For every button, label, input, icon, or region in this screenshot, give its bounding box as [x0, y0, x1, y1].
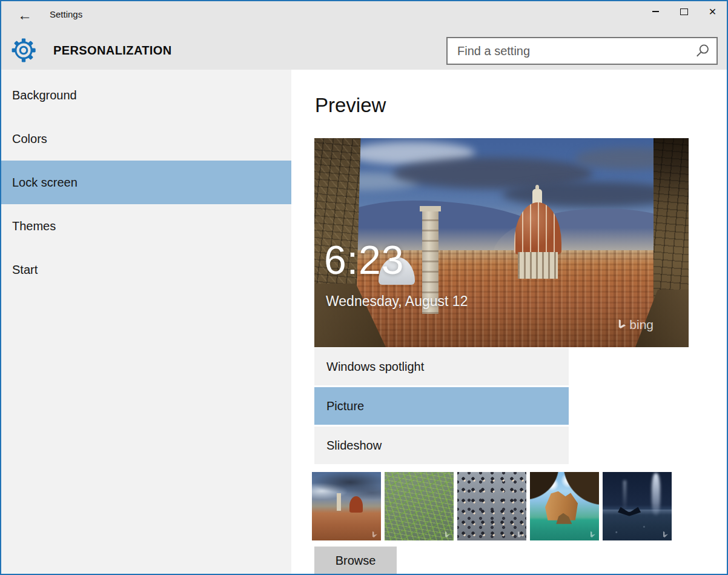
- main-content: Preview 6:23 Wednesday, August: [293, 70, 727, 574]
- minimize-icon: [652, 11, 659, 12]
- search-input[interactable]: [448, 44, 695, 58]
- browse-button[interactable]: Browse: [314, 547, 397, 575]
- thumbnail-penguin-colony[interactable]: [457, 472, 526, 540]
- sidebar-item-lock-screen[interactable]: Lock screen: [1, 161, 291, 204]
- bing-watermark-label: bing: [629, 317, 654, 332]
- option-picture[interactable]: Picture: [314, 387, 569, 425]
- preview-heading: Preview: [315, 94, 386, 117]
- sidebar-item-themes[interactable]: Themes: [1, 204, 291, 248]
- search-icon[interactable]: [695, 43, 710, 59]
- bing-watermark: bing: [618, 317, 654, 332]
- close-icon: ✕: [709, 6, 716, 18]
- close-button[interactable]: ✕: [698, 1, 727, 22]
- bing-logo-icon: [618, 319, 626, 330]
- picture-thumbnails: [312, 472, 672, 540]
- maximize-icon: [680, 8, 688, 15]
- settings-window: ← Settings ✕: [0, 0, 728, 575]
- sidebar-item-start[interactable]: Start: [1, 248, 291, 291]
- settings-gear-icon: [11, 38, 36, 63]
- option-windows-spotlight[interactable]: Windows spotlight: [314, 348, 569, 385]
- thumbnail-florence-cathedral[interactable]: [312, 472, 381, 540]
- thumbnail-sea-cave-beach[interactable]: [530, 472, 599, 540]
- mini-tower-shape: [337, 493, 341, 511]
- option-slideshow[interactable]: Slideshow: [314, 427, 569, 464]
- lock-screen-time: 6:23: [324, 240, 404, 280]
- option-label: Picture: [326, 399, 364, 413]
- cathedral-dome: [513, 187, 563, 296]
- spray-shape: [623, 480, 626, 509]
- app-title: Settings: [50, 9, 82, 19]
- sidebar: Background Colors Lock screen Themes Sta…: [1, 70, 291, 574]
- minimize-button[interactable]: [641, 1, 670, 22]
- sidebar-item-label: Start: [12, 263, 38, 277]
- mini-dome-shape: [349, 496, 363, 513]
- back-button[interactable]: ←: [12, 5, 38, 25]
- lock-screen-date: Wednesday, August 12: [326, 293, 468, 310]
- search-box: [446, 37, 718, 65]
- thumbnail-green-seaweed[interactable]: [385, 472, 454, 540]
- option-label: Slideshow: [326, 439, 382, 453]
- dome-drum: [518, 252, 558, 279]
- sidebar-item-colors[interactable]: Colors: [1, 117, 291, 161]
- option-label: Windows spotlight: [326, 360, 424, 374]
- sidebar-item-label: Lock screen: [12, 176, 78, 190]
- sidebar-item-label: Background: [12, 88, 77, 102]
- back-arrow-icon: ←: [18, 7, 32, 23]
- spray-shape: [652, 473, 660, 516]
- dome-cap: [514, 202, 561, 254]
- background-options-list: Windows spotlight Picture Slideshow: [314, 348, 569, 466]
- sidebar-item-label: Themes: [12, 219, 56, 233]
- page-title: PERSONALIZATION: [53, 44, 172, 58]
- window-controls: ✕: [641, 1, 727, 22]
- maximize-button[interactable]: [670, 1, 698, 22]
- sidebar-item-background[interactable]: Background: [1, 73, 291, 117]
- thumbnail-whale-blow[interactable]: [603, 472, 672, 540]
- titlebar[interactable]: ← Settings ✕: [1, 1, 727, 70]
- lock-screen-preview-image: 6:23 Wednesday, August 12 bing: [314, 138, 689, 347]
- sidebar-item-label: Colors: [12, 132, 47, 146]
